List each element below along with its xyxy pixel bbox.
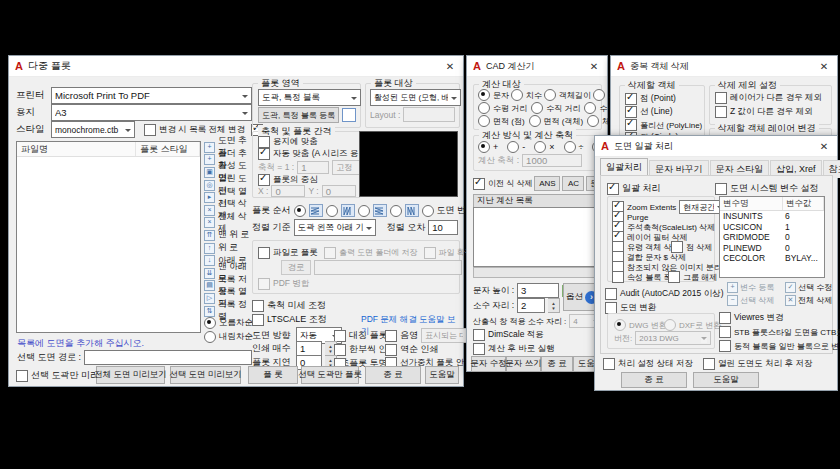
exit-button[interactable]: 종 료: [621, 372, 687, 388]
dimscale-checkbox[interactable]: DimScale 적용: [473, 329, 544, 341]
decimals-spinner[interactable]: [548, 298, 560, 313]
preview-selected-button[interactable]: 선택 도면 미리보기: [170, 366, 241, 384]
close-icon[interactable]: ✕: [587, 61, 601, 72]
sort-desc-radio[interactable]: 내림차순: [204, 331, 253, 343]
target-area-pt-radio[interactable]: 면적 (점): [478, 115, 525, 127]
delete-all-var-button[interactable]: ✕전체 삭제: [785, 295, 832, 306]
copies-field[interactable]: 1: [296, 341, 322, 356]
target-hdist-radio[interactable]: 수평 거리: [478, 102, 527, 114]
decimals-field[interactable]: 2: [517, 298, 545, 313]
file-list[interactable]: 파일명 플롯 스타일: [16, 141, 201, 333]
table-row[interactable]: PLINEWD0: [720, 243, 824, 254]
plot-order-radio-1[interactable]: [294, 205, 306, 217]
delete-var-button[interactable]: −선택 삭제: [727, 295, 774, 306]
edit-var-button[interactable]: ✓선택 수정: [785, 282, 832, 293]
preview-all-button[interactable]: 전체 도면 미리보기: [96, 366, 165, 384]
target-dim-radio[interactable]: 치수: [511, 89, 542, 101]
edit-var-icon: ✓: [785, 282, 796, 293]
fine-scale-checkbox[interactable]: 축척 미세 조정: [252, 299, 326, 312]
ungroup-checkbox[interactable]: 그룹 해제: [668, 271, 717, 283]
dialog-title: 다중 플롯: [28, 59, 71, 73]
history-list[interactable]: [473, 207, 602, 267]
sort-list-button[interactable]: ⇅목록 정렬: [204, 305, 254, 318]
register-block-icon-button[interactable]: [342, 108, 356, 122]
plot-order-radio-4[interactable]: [390, 205, 402, 217]
close-icon[interactable]: ✕: [817, 61, 831, 72]
plot-to-file-checkbox[interactable]: 파일로 플롯: [258, 247, 318, 259]
batch-process-checkbox[interactable]: 일괄 처리: [607, 182, 661, 195]
column-plot-style[interactable]: 플롯 스타일: [136, 142, 200, 156]
exit-button[interactable]: 종 료: [541, 356, 573, 372]
column-var-name[interactable]: 변수명: [720, 197, 783, 210]
batch-options-group: Zoom Extents 현재공간 Purge 주석축척(ScaleList) …: [607, 196, 715, 282]
printer-select[interactable]: Microsoft Print To PDF: [51, 87, 252, 104]
title-bar[interactable]: A 다중 플롯 ✕: [9, 56, 463, 77]
register-block-button[interactable]: 도곽, 특정 블록 등록: [258, 107, 339, 123]
move-top-button[interactable]: ⇈맨 위 로: [204, 229, 254, 242]
target-vdist-radio[interactable]: 수직 거리: [531, 102, 580, 114]
write-text-button[interactable]: 문자 쓰기: [506, 356, 541, 372]
delete-all-button[interactable]: ×전체 삭제: [204, 217, 254, 230]
title-bar[interactable]: A CAD 계산기 ✕: [467, 56, 607, 77]
edit-text-button[interactable]: 문자 수정: [471, 356, 506, 372]
stb-to-ctb-checkbox[interactable]: STB 플롯스타일 도면을 CTB로 변환: [719, 326, 840, 338]
delete-prev-checkbox[interactable]: 이전 식 삭제: [473, 178, 532, 190]
selected-path-field[interactable]: [84, 350, 252, 365]
run-now-checkbox[interactable]: 계산 후 바로 실행: [473, 343, 555, 355]
table-row[interactable]: UCSICON1: [720, 222, 824, 233]
target-text-radio[interactable]: 문자: [478, 89, 509, 101]
help-button[interactable]: 도움말: [425, 366, 459, 384]
auto-fit-checkbox[interactable]: 자동 맞춤 (A 시리즈 용지): [258, 148, 370, 160]
shade-checkbox[interactable]: 음영: [385, 329, 418, 342]
plot-button[interactable]: 플 롯: [248, 366, 298, 384]
target-area-obj-radio[interactable]: 면적 (객체): [529, 115, 584, 127]
sort-asc-radio[interactable]: 오름차순: [204, 317, 253, 329]
reverse-order-checkbox[interactable]: 역순 인쇄: [385, 343, 439, 356]
align-basis-select[interactable]: 도곽 왼쪽 아래 기준: [294, 219, 376, 236]
exclude-layer-checkbox[interactable]: 레이어가 다른 경우 제외: [715, 92, 822, 104]
dynamic-block-checkbox[interactable]: 동적 블록을 일반 블록으로 변환: [719, 340, 840, 352]
sysvar-checkbox[interactable]: 도면 시스템 변수 설정: [715, 182, 819, 195]
target-objlen-radio[interactable]: 객체길이: [544, 89, 591, 101]
align-tolerance-label: 정렬 오차: [387, 221, 426, 234]
method-add-radio[interactable]: +: [478, 141, 498, 153]
save-after-checkbox[interactable]: 열린 도면도 처리 후 저장: [703, 358, 812, 370]
title-bar[interactable]: A 중복 객체 삭제 ✕: [611, 56, 837, 77]
change-all-checkbox[interactable]: 변경 시 목록 전체 변경: [144, 124, 245, 136]
align-tolerance-field[interactable]: 10: [428, 220, 458, 235]
column-var-value[interactable]: 변수값: [783, 197, 824, 210]
close-icon[interactable]: ✕: [817, 141, 831, 152]
text-height-field[interactable]: 3: [517, 283, 559, 298]
add-var-button[interactable]: +변수 등록: [727, 282, 774, 293]
paper-select[interactable]: A3: [51, 104, 252, 121]
method-div-radio[interactable]: ÷: [564, 141, 584, 153]
table-row[interactable]: CECOLORBYLAY...: [720, 253, 824, 264]
exit-button[interactable]: 종 료: [365, 366, 421, 384]
plot-selected-button[interactable]: 선택 도곽만 플롯: [301, 366, 359, 384]
column-filename[interactable]: 파일명: [17, 142, 136, 156]
save-settings-checkbox[interactable]: 처리 설정 상태 저장: [603, 358, 693, 370]
viewres-checkbox[interactable]: Viewres 변경: [719, 312, 783, 324]
plot-area-select[interactable]: 도곽, 특정 블록: [258, 89, 361, 106]
help-button[interactable]: 도움말: [693, 372, 759, 388]
audit-checkbox[interactable]: Audit (AutoCAD 2015 이상): [605, 288, 723, 300]
plot-order-radio-2[interactable]: [326, 205, 338, 217]
ans-button[interactable]: ANS: [534, 176, 560, 191]
plot-target-select[interactable]: 활성된 도면 (모형, 배치): [370, 89, 461, 106]
dxf-convert-radio: DXF로 변환: [664, 319, 721, 331]
close-icon[interactable]: ✕: [443, 61, 457, 72]
plot-order-radio-3[interactable]: [358, 205, 370, 217]
ac-button[interactable]: AC: [562, 176, 584, 191]
plot-style-select[interactable]: monochrome.ctb: [51, 121, 135, 138]
method-mul-radio[interactable]: ×: [534, 141, 554, 153]
method-sub-radio[interactable]: -: [507, 141, 525, 153]
polyline-checkbox[interactable]: 폴리선 (PolyLine): [625, 119, 702, 131]
table-row[interactable]: INSUNITS6: [720, 211, 824, 222]
sysvar-table[interactable]: 변수명 변수값 INSUNITS6 UCSICON1 GRIDMODE0 PLI…: [719, 196, 825, 278]
mirror-plot-checkbox[interactable]: 대칭 플롯: [334, 329, 388, 342]
move-up-button[interactable]: ↑위 로: [204, 242, 254, 255]
exclude-z-checkbox[interactable]: Z 값이 다른 경우 제외: [715, 106, 813, 118]
ltscale-checkbox[interactable]: LTSCALE 조정: [252, 313, 327, 326]
title-bar[interactable]: A 도면 일괄 처리 ✕: [595, 136, 837, 157]
table-row[interactable]: GRIDMODE0: [720, 232, 824, 243]
